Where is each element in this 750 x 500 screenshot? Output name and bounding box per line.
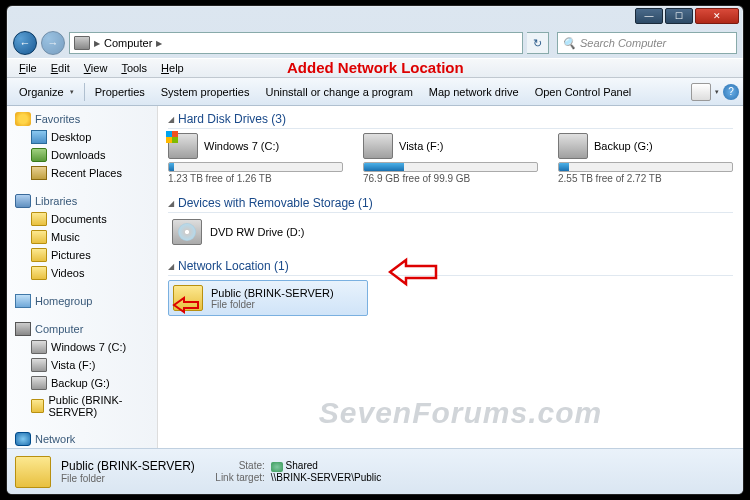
sidebar-libraries[interactable]: Libraries [7, 192, 157, 210]
content-pane: ◢Hard Disk Drives (3) Windows 7 (C:) 1.2… [158, 106, 743, 448]
nav-bar: ← → ▶ Computer ▶ ↻ 🔍 Search Computer [7, 28, 743, 58]
sidebar-favorites[interactable]: Favorites [7, 110, 157, 128]
sidebar-item-desktop[interactable]: Desktop [7, 128, 157, 146]
network-icon [15, 432, 31, 446]
library-icon [15, 194, 31, 208]
section-hdd[interactable]: ◢Hard Disk Drives (3) [168, 112, 733, 129]
search-input[interactable]: 🔍 Search Computer [557, 32, 737, 54]
dvd-drive-item[interactable]: DVD RW Drive (D:) [168, 217, 733, 247]
view-options-button[interactable] [691, 83, 711, 101]
chevron-right-icon: ▶ [156, 39, 162, 48]
computer-icon [15, 322, 31, 336]
shared-icon [271, 462, 283, 472]
chevron-right-icon: ▶ [94, 39, 100, 48]
menu-help[interactable]: Help [155, 60, 190, 76]
annotation-arrow [172, 296, 200, 318]
sidebar-network[interactable]: Network [7, 430, 157, 448]
drive-item[interactable]: Vista (F:) 76.9 GB free of 99.9 GB [363, 133, 538, 184]
drive-icon [558, 133, 588, 159]
close-button[interactable]: ✕ [695, 8, 739, 24]
menu-file[interactable]: File [13, 60, 43, 76]
folder-icon [31, 399, 44, 413]
folder-icon [31, 266, 47, 280]
folder-icon [31, 248, 47, 262]
search-icon: 🔍 [562, 37, 576, 50]
sidebar-item-music[interactable]: Music [7, 228, 157, 246]
drive-icon [168, 133, 198, 159]
organize-button[interactable]: Organize [11, 82, 82, 102]
drive-icon [31, 358, 47, 372]
sidebar-item-pictures[interactable]: Pictures [7, 246, 157, 264]
dvd-icon [172, 219, 202, 245]
recent-icon [31, 166, 47, 180]
sidebar-item-documents[interactable]: Documents [7, 210, 157, 228]
watermark: SevenForums.com [168, 396, 744, 430]
drive-item[interactable]: Windows 7 (C:) 1.23 TB free of 1.26 TB [168, 133, 343, 184]
details-name: Public (BRINK-SERVER) [61, 459, 195, 473]
section-network-location[interactable]: ◢Network Location (1) [168, 259, 733, 276]
sidebar-item-downloads[interactable]: Downloads [7, 146, 157, 164]
section-removable[interactable]: ◢Devices with Removable Storage (1) [168, 196, 733, 213]
homegroup-icon [15, 294, 31, 308]
annotation-arrow [388, 256, 438, 290]
sidebar-computer[interactable]: Computer [7, 320, 157, 338]
sidebar-item-drive-c[interactable]: Windows 7 (C:) [7, 338, 157, 356]
sidebar-homegroup[interactable]: Homegroup [7, 292, 157, 310]
search-placeholder: Search Computer [580, 37, 666, 49]
help-icon[interactable]: ? [723, 84, 739, 100]
folder-icon [31, 230, 47, 244]
back-button[interactable]: ← [13, 31, 37, 55]
annotation-text: Added Network Location [287, 59, 464, 76]
desktop-icon [31, 130, 47, 144]
sidebar-item-drive-g[interactable]: Backup (G:) [7, 374, 157, 392]
star-icon [15, 112, 31, 126]
forward-button[interactable]: → [41, 31, 65, 55]
sidebar-item-network-location[interactable]: Public (BRINK-SERVER) [7, 392, 157, 420]
menu-bar: File Edit View Tools Help Added Network … [7, 58, 743, 78]
details-pane: Public (BRINK-SERVER) File folder State:… [7, 448, 743, 494]
control-panel-button[interactable]: Open Control Panel [527, 82, 640, 102]
properties-button[interactable]: Properties [87, 82, 153, 102]
drive-item[interactable]: Backup (G:) 2.55 TB free of 2.72 TB [558, 133, 733, 184]
drive-icon [31, 376, 47, 390]
refresh-button[interactable]: ↻ [527, 32, 549, 54]
sidebar-item-videos[interactable]: Videos [7, 264, 157, 282]
sidebar-item-drive-f[interactable]: Vista (F:) [7, 356, 157, 374]
breadcrumb-root[interactable]: Computer [104, 37, 152, 49]
system-properties-button[interactable]: System properties [153, 82, 258, 102]
map-drive-button[interactable]: Map network drive [421, 82, 527, 102]
navigation-pane: Favorites Desktop Downloads Recent Place… [7, 106, 158, 448]
details-type: File folder [61, 473, 195, 484]
address-bar[interactable]: ▶ Computer ▶ [69, 32, 523, 54]
computer-icon [74, 36, 90, 50]
drive-icon [31, 340, 47, 354]
folder-icon [15, 456, 51, 488]
downloads-icon [31, 148, 47, 162]
folder-icon [31, 212, 47, 226]
menu-edit[interactable]: Edit [45, 60, 76, 76]
explorer-window: — ☐ ✕ ← → ▶ Computer ▶ ↻ 🔍 Search Comput… [6, 5, 744, 495]
uninstall-button[interactable]: Uninstall or change a program [257, 82, 420, 102]
drive-icon [363, 133, 393, 159]
maximize-button[interactable]: ☐ [665, 8, 693, 24]
titlebar: — ☐ ✕ [7, 6, 743, 28]
sidebar-item-recent[interactable]: Recent Places [7, 164, 157, 182]
menu-tools[interactable]: Tools [115, 60, 153, 76]
minimize-button[interactable]: — [635, 8, 663, 24]
menu-view[interactable]: View [78, 60, 114, 76]
toolbar: Organize Properties System properties Un… [7, 78, 743, 106]
